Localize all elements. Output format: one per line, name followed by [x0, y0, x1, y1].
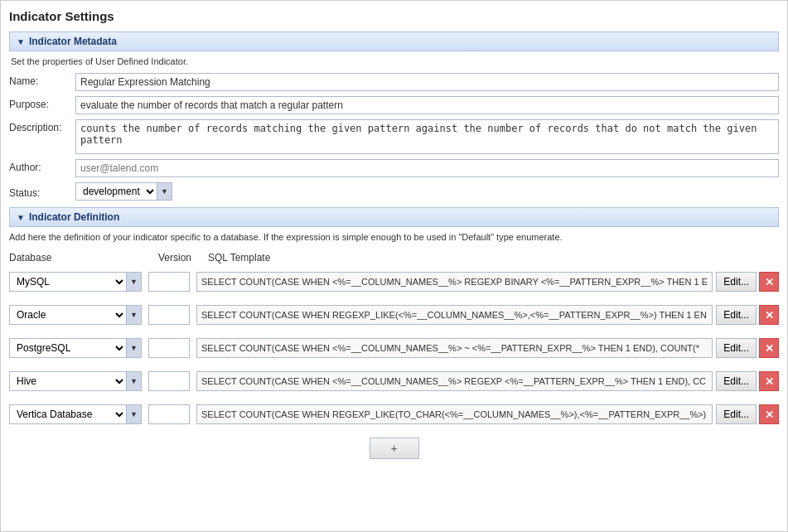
definition-section: ▼ Indicator Definition Add here the defi…: [9, 207, 779, 459]
hive-delete-icon: ✕: [765, 375, 774, 388]
postgresql-database-select[interactable]: PostgreSQL: [10, 339, 126, 357]
vertica-version-input[interactable]: [148, 404, 190, 424]
table-header: Database Version SQL Template: [9, 250, 779, 265]
table-row: MySQL ▼ SELECT COUNT(CASE WHEN <%=__COLU…: [9, 268, 779, 295]
definition-section-header: ▼ Indicator Definition: [9, 207, 779, 227]
postgresql-edit-button[interactable]: Edit...: [716, 338, 757, 358]
hive-database-select[interactable]: Hive: [10, 372, 126, 390]
page-title: Indicator Settings: [9, 9, 779, 23]
author-input[interactable]: [75, 159, 779, 177]
col-header-version: Version: [158, 252, 208, 264]
name-row: Name:: [9, 73, 779, 91]
postgresql-version-input[interactable]: [148, 338, 190, 358]
postgresql-delete-button[interactable]: ✕: [759, 338, 779, 358]
hive-sql-display: SELECT COUNT(CASE WHEN <%=__COLUMN_NAMES…: [196, 371, 713, 391]
definition-arrow-icon: ▼: [17, 213, 25, 222]
mysql-version-input[interactable]: [148, 272, 190, 292]
metadata-header-label: Indicator Metadata: [29, 36, 117, 47]
status-label: Status:: [9, 185, 75, 199]
purpose-input[interactable]: [75, 96, 779, 114]
vertica-database-select[interactable]: Vertica Database: [10, 405, 126, 423]
oracle-select-wrapper[interactable]: Oracle ▼: [9, 305, 142, 325]
postgresql-dropdown-button[interactable]: ▼: [126, 339, 141, 357]
hive-dropdown-button[interactable]: ▼: [126, 372, 141, 390]
status-select-wrapper[interactable]: development staging production ▼: [75, 182, 172, 201]
oracle-dropdown-button[interactable]: ▼: [126, 306, 141, 324]
col-header-sql: SQL Template: [208, 252, 779, 264]
table-row: Hive ▼ SELECT COUNT(CASE WHEN <%=__COLUM…: [9, 368, 779, 394]
vertica-delete-button[interactable]: ✕: [759, 404, 779, 424]
description-input[interactable]: counts the number of records matching th…: [75, 119, 779, 154]
description-row: Description: counts the number of record…: [9, 119, 779, 154]
mysql-delete-button[interactable]: ✕: [759, 272, 779, 292]
oracle-edit-button[interactable]: Edit...: [716, 305, 757, 325]
hive-version-input[interactable]: [148, 371, 190, 391]
mysql-select-wrapper[interactable]: MySQL ▼: [9, 272, 142, 292]
mysql-database-select[interactable]: MySQL: [10, 273, 126, 291]
col-header-database: Database: [9, 252, 158, 264]
metadata-section-header: ▼ Indicator Metadata: [9, 31, 779, 51]
description-label: Description:: [9, 119, 75, 133]
status-select[interactable]: development staging production: [76, 183, 157, 200]
mysql-delete-icon: ✕: [765, 276, 774, 288]
author-row: Author:: [9, 159, 779, 177]
hive-delete-button[interactable]: ✕: [759, 371, 779, 391]
status-dropdown-button[interactable]: ▼: [157, 183, 172, 200]
vertica-select-wrapper[interactable]: Vertica Database ▼: [9, 404, 142, 424]
oracle-version-input[interactable]: [148, 305, 190, 325]
mysql-sql-display: SELECT COUNT(CASE WHEN <%=__COLUMN_NAMES…: [196, 272, 713, 292]
table-row: Vertica Database ▼ SELECT COUNT(CASE WHE…: [9, 401, 779, 428]
hive-edit-button[interactable]: Edit...: [716, 371, 757, 391]
vertica-edit-button[interactable]: Edit...: [716, 404, 757, 424]
mysql-edit-button[interactable]: Edit...: [716, 272, 757, 292]
metadata-description: Set the properties of User Defined Indic…: [9, 56, 779, 66]
postgresql-select-wrapper[interactable]: PostgreSQL ▼: [9, 338, 142, 358]
name-label: Name:: [9, 73, 75, 87]
purpose-row: Purpose:: [9, 96, 779, 114]
oracle-sql-display: SELECT COUNT(CASE WHEN REGEXP_LIKE(<%=__…: [196, 305, 713, 325]
definition-header-label: Indicator Definition: [29, 211, 119, 223]
definition-description: Add here the definition of your indicato…: [9, 232, 779, 242]
status-row: Status: development staging production ▼: [9, 182, 779, 201]
hive-select-wrapper[interactable]: Hive ▼: [9, 371, 142, 391]
metadata-arrow-icon: ▼: [17, 37, 25, 46]
postgresql-delete-icon: ✕: [765, 342, 774, 355]
mysql-dropdown-button[interactable]: ▼: [126, 273, 141, 291]
table-row: Oracle ▼ SELECT COUNT(CASE WHEN REGEXP_L…: [9, 302, 779, 328]
oracle-delete-icon: ✕: [765, 309, 774, 322]
oracle-database-select[interactable]: Oracle: [10, 306, 126, 324]
vertica-dropdown-button[interactable]: ▼: [126, 405, 141, 423]
add-row-button[interactable]: +: [370, 438, 419, 459]
name-input[interactable]: [75, 73, 779, 91]
vertica-delete-icon: ✕: [765, 409, 774, 421]
postgresql-sql-display: SELECT COUNT(CASE WHEN <%=__COLUMN_NAMES…: [196, 338, 713, 358]
table-row: PostgreSQL ▼ SELECT COUNT(CASE WHEN <%=_…: [9, 335, 779, 361]
add-button-wrapper: +: [9, 438, 779, 459]
vertica-sql-display: SELECT COUNT(CASE WHEN REGEXP_LIKE(TO_CH…: [196, 404, 713, 424]
author-label: Author:: [9, 159, 75, 173]
purpose-label: Purpose:: [9, 96, 75, 110]
oracle-delete-button[interactable]: ✕: [759, 305, 779, 325]
